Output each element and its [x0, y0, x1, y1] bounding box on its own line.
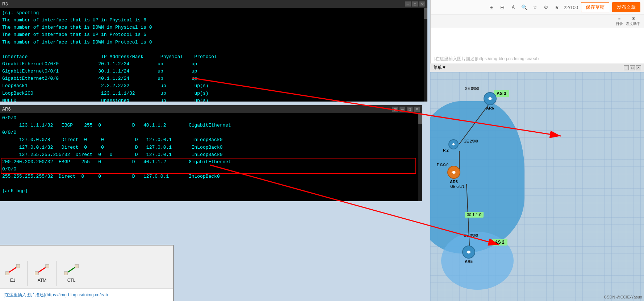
tool-divider-2: [57, 261, 57, 286]
r3-title: R3: [2, 1, 8, 8]
ar5-label: AR5: [465, 259, 473, 264]
tool-panel: E1 ATM CTL: [0, 245, 174, 301]
svg-point-8: [452, 171, 455, 174]
csdn-watermark: CSDN @CCIE-Yasuo: [604, 295, 642, 299]
ge-label-ar5: GE 0/0/0: [464, 234, 478, 238]
ar6-body: 0/0/0 123.1.1.1/32 EBGP 255 0 D 40.1.1.2…: [0, 113, 422, 197]
ar6-line-7: 200.200.200.200/32 EBGP 255 0 D 40.1.1.2…: [2, 158, 420, 166]
network-title-bar: 菜单▼ ─ □ ✕: [430, 63, 644, 72]
image-upload-area: [在这里插入图片描述](https://img-blog.csdnimg.cn/…: [0, 288, 173, 301]
editor-placeholder: [在这里插入图片描述](https://img-blog.csdnimg.cn/…: [434, 56, 539, 62]
net-maximize-btn[interactable]: □: [630, 65, 635, 70]
net-minimize-btn[interactable]: ─: [624, 65, 629, 70]
image-upload-link[interactable]: [在这里插入图片描述](https://img-blog.csdnimg.cn/…: [4, 292, 108, 298]
r3-scrollbar[interactable]: [424, 8, 427, 102]
ar6-line-blank: [2, 180, 420, 187]
tool-ctl-icon: [64, 264, 79, 276]
r3-minimize-btn[interactable]: ─: [405, 1, 411, 7]
r3-line-ge000: GigabitEthernet0/0/0 20.1.1.2/24 up up: [2, 61, 425, 68]
toolbar-star-icon[interactable]: ★: [553, 3, 561, 11]
r3-line-1: (s): spoofing: [2, 9, 425, 17]
net-30110-label: 30.1.1.0: [465, 212, 484, 218]
toolbar-icon-3[interactable]: Ａ: [509, 3, 517, 11]
ge-label-ar6: GE 0/0/0: [465, 87, 479, 91]
toolbar-icon-1[interactable]: ⊞: [488, 3, 495, 11]
r3-scrollbar-thumb[interactable]: [424, 8, 427, 19]
toolbar-icon-2[interactable]: ⊟: [498, 3, 506, 11]
ar6-maximize-btn[interactable]: □: [407, 107, 413, 112]
toolbar-icon-4[interactable]: 🔍: [520, 3, 528, 11]
ar6-line-8: 0/0/0: [2, 166, 420, 173]
toolbar-icon-5[interactable]: ☆: [531, 3, 539, 11]
blue-blob-main: [430, 101, 524, 253]
r2-node-label: R.2: [443, 148, 449, 152]
net-close-btn[interactable]: ✕: [636, 65, 641, 70]
save-draft-button[interactable]: 保存草稿: [581, 2, 609, 12]
word-counter: 22/100: [564, 5, 578, 10]
ar3-icon[interactable]: [447, 166, 460, 179]
ar6-close-btn[interactable]: ✕: [414, 107, 420, 112]
ar6-title: AR6: [2, 106, 11, 113]
tool-atm[interactable]: ATM: [35, 264, 49, 283]
svg-rect-18: [64, 272, 68, 275]
r3-line-4: The number of interface that is UP in Pr…: [2, 31, 425, 38]
svg-rect-12: [5, 272, 9, 275]
r3-line-lb1: LoopBack1 2.2.2.2/32 up up(s): [2, 82, 425, 90]
r3-line-blank: [2, 46, 425, 53]
r3-title-bar: R3 ─ □ ✕: [0, 0, 427, 8]
svg-point-6: [452, 143, 455, 145]
ar6-highlighted-block: 200.200.200.200/32 EBGP 255 0 D 40.1.1.2…: [2, 158, 420, 173]
ar6-label: AR6: [486, 106, 494, 110]
ge-label-r2-ge200: GE 2/0/0: [464, 139, 478, 143]
r3-close-btn[interactable]: ✕: [419, 1, 425, 7]
tool-atm-label: ATM: [38, 278, 46, 283]
blog-editor-panel: ⊞ ⊟ Ａ 🔍 ☆ ⚙ ★ 22/100 保存草稿 发布文章 ≡ 目录 ✉ 发文…: [430, 0, 644, 63]
toolbar-settings-icon[interactable]: ⚙: [542, 3, 550, 11]
ar3-label: AR3: [450, 180, 458, 184]
terminal-r3[interactable]: R3 ─ □ ✕ (s): spoofing The number of int…: [0, 0, 427, 102]
ar6-line-4: 127.0.0.0/8 Direct 0 0 D 127.0.0.1 InLoo…: [2, 136, 420, 144]
svg-point-10: [467, 251, 470, 253]
tool-e1[interactable]: E1: [5, 264, 20, 283]
editor-toolbar2: ≡ 目录 ✉ 发文助手: [431, 15, 644, 28]
ar6-title-bar: AR6 ⊞ ─ □ ✕: [0, 105, 422, 113]
router-r2[interactable]: [448, 139, 459, 149]
publish-button[interactable]: 发布文章: [612, 2, 640, 12]
ar6-line-2: 123.1.1.1/32 EBGP 255 0 D 40.1.1.2 Gigab…: [2, 122, 420, 129]
ar6-icon[interactable]: [484, 92, 497, 105]
router-ar6[interactable]: AR6: [484, 92, 497, 110]
tool-e1-label: E1: [10, 278, 16, 283]
ar6-line-5: 127.0.0.1/32 Direct 0 0 D 127.0.0.1 InLo…: [2, 144, 420, 151]
svg-rect-13: [16, 264, 20, 268]
ar6-scrollbar[interactable]: [418, 113, 422, 201]
r3-line-5: The number of interface that is DOWN in …: [2, 39, 425, 46]
ar6-restore-btn[interactable]: ⊞: [392, 107, 398, 112]
editor-toolbar: ⊞ ⊟ Ａ 🔍 ☆ ⚙ ★ 22/100 保存草稿 发布文章: [431, 0, 644, 15]
r3-line-ge001: GigabitEthernet0/0/1 30.1.1.1/24 up up: [2, 68, 425, 75]
r3-line-null0: NULL0 unassigned up up(s): [2, 97, 425, 102]
ar5-icon[interactable]: [462, 246, 475, 259]
router-ar5[interactable]: AR5: [462, 246, 475, 264]
ar6-prompt: [ar6-bgp]: [2, 187, 420, 195]
toc-icon[interactable]: ≡ 目录: [616, 17, 623, 26]
send-assist-icon[interactable]: ✉ 发文助手: [626, 16, 640, 26]
terminal-ar6[interactable]: AR6 ⊞ ─ □ ✕ 0/0/0 123.1.1.1/32 EBGP 255 …: [0, 105, 422, 201]
r3-line-lb200: LoopBack200 123.1.1.1/32 up up(s): [2, 90, 425, 97]
r3-line-header: Interface IP Address/Mask Physical Proto…: [2, 53, 425, 61]
ar6-line-9: 255.255.255.255/32 Direct 0 0 D 127.0.0.…: [2, 173, 420, 180]
ar6-scrollbar-thumb[interactable]: [418, 113, 422, 124]
svg-rect-15: [35, 272, 38, 275]
network-diagram-panel: 菜单▼ ─ □ ✕ AS 3 GE 0/0/0 AR6: [430, 63, 644, 301]
tool-ctl[interactable]: CTL: [64, 264, 79, 283]
ar6-line-1: 0/0/0: [2, 115, 420, 122]
editor-body[interactable]: [在这里插入图片描述](https://img-blog.csdnimg.cn/…: [431, 28, 644, 63]
tool-ctl-label: CTL: [67, 278, 76, 283]
net-win-buttons: ─ □ ✕: [624, 65, 641, 70]
ar6-line-3: 0/0/0: [2, 129, 420, 136]
router-ar3[interactable]: AR3: [447, 166, 460, 184]
ar6-minimize-btn[interactable]: ─: [400, 107, 405, 112]
r2-icon[interactable]: [448, 139, 459, 149]
r3-line-2: The number of interface that is UP in Ph…: [2, 17, 425, 24]
r3-maximize-btn[interactable]: □: [412, 1, 418, 7]
r3-line-ge200: GigabitEthernet2/0/0 40.1.1.2/24 up up: [2, 75, 425, 82]
